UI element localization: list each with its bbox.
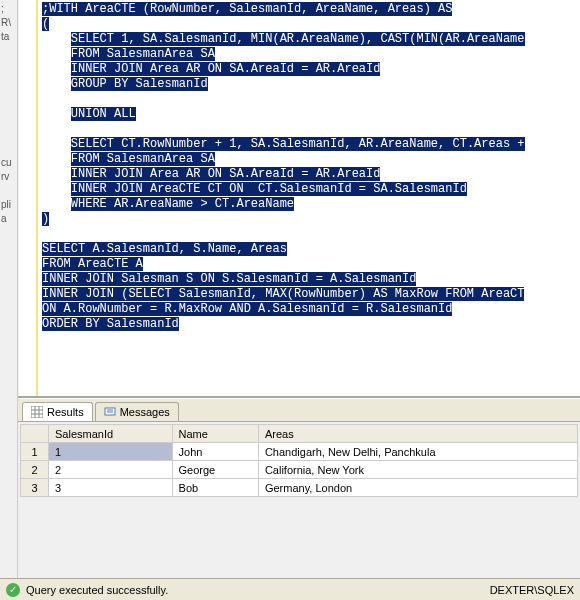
explorer-fragment: ta xyxy=(0,30,17,44)
grid-cell[interactable]: John xyxy=(172,443,258,461)
sql-line[interactable]: WHERE AR.AreaName > CT.AreaName xyxy=(42,197,580,212)
status-server: DEXTER\SQLEX xyxy=(490,584,574,596)
grid-cell[interactable]: Chandigarh, New Delhi, Panchkula xyxy=(258,443,577,461)
sql-line[interactable]: GROUP BY SalesmanId xyxy=(42,77,580,92)
sql-line[interactable]: INNER JOIN Area AR ON SA.AreaId = AR.Are… xyxy=(42,167,580,182)
col-header[interactable]: Areas xyxy=(258,425,577,443)
table-row[interactable]: 22GeorgeCalifornia, New York xyxy=(21,461,578,479)
results-tabs: Results Messages xyxy=(18,399,580,422)
sql-line[interactable]: ON A.RowNumber = R.MaxRow AND A.Salesman… xyxy=(42,302,580,317)
tab-messages-label: Messages xyxy=(120,406,170,418)
grid-cell[interactable]: Bob xyxy=(172,479,258,497)
tab-results[interactable]: Results xyxy=(22,402,93,421)
message-icon xyxy=(104,406,116,418)
grid-cell[interactable]: Germany, London xyxy=(258,479,577,497)
sql-line[interactable]: FROM AreaCTE A xyxy=(42,257,580,272)
sql-line[interactable]: INNER JOIN Salesman S ON S.SalesmanId = … xyxy=(42,272,580,287)
svg-rect-0 xyxy=(31,406,43,418)
explorer-fragment: rv xyxy=(0,170,17,184)
sql-line[interactable]: ) xyxy=(42,212,580,227)
explorer-fragment xyxy=(0,142,17,156)
grid-cell[interactable]: George xyxy=(172,461,258,479)
col-header[interactable]: Name xyxy=(172,425,258,443)
row-number[interactable]: 1 xyxy=(21,443,49,461)
grid-cell[interactable]: California, New York xyxy=(258,461,577,479)
table-row[interactable]: 11JohnChandigarh, New Delhi, Panchkula xyxy=(21,443,578,461)
explorer-fragment xyxy=(0,86,17,100)
grid-icon xyxy=(31,406,43,418)
table-row[interactable]: 33BobGermany, London xyxy=(21,479,578,497)
col-header[interactable]: SalesmanId xyxy=(49,425,173,443)
tab-results-label: Results xyxy=(47,406,84,418)
success-icon: ✓ xyxy=(6,583,20,597)
sql-line[interactable] xyxy=(42,227,580,242)
grid-corner[interactable] xyxy=(21,425,49,443)
grid-cell[interactable]: 2 xyxy=(49,461,173,479)
sql-line[interactable]: FROM SalesmanArea SA xyxy=(42,47,580,62)
sql-line[interactable]: INNER JOIN (SELECT SalesmanId, MAX(RowNu… xyxy=(42,287,580,302)
object-explorer-fragment: ;R\tacurvplia xyxy=(0,0,18,600)
sql-line[interactable]: FROM SalesmanArea SA xyxy=(42,152,580,167)
explorer-fragment: cu xyxy=(0,156,17,170)
explorer-fragment: a xyxy=(0,212,17,226)
explorer-fragment xyxy=(0,114,17,128)
status-message: Query executed successfully. xyxy=(26,584,168,596)
sql-line[interactable]: SELECT A.SalesmanId, S.Name, Areas xyxy=(42,242,580,257)
explorer-fragment: R\ xyxy=(0,16,17,30)
results-grid[interactable]: SalesmanId Name Areas 11JohnChandigarh, … xyxy=(20,424,578,497)
explorer-fragment xyxy=(0,72,17,86)
sql-line[interactable]: SELECT 1, SA.SalesmanId, MIN(AR.AreaName… xyxy=(42,32,580,47)
explorer-fragment: ; xyxy=(0,2,17,16)
grid-cell[interactable]: 1 xyxy=(49,443,173,461)
row-number[interactable]: 2 xyxy=(21,461,49,479)
explorer-fragment xyxy=(0,58,17,72)
grid-cell[interactable]: 3 xyxy=(49,479,173,497)
explorer-fragment: pli xyxy=(0,198,17,212)
sql-line[interactable]: INNER JOIN Area AR ON SA.AreaId = AR.Are… xyxy=(42,62,580,77)
sql-editor-pane: ;WITH AreaCTE (RowNumber, SalesmanId, Ar… xyxy=(18,0,580,398)
explorer-fragment xyxy=(0,44,17,58)
sql-line[interactable]: ( xyxy=(42,17,580,32)
status-bar: ✓ Query executed successfully. DEXTER\SQ… xyxy=(0,578,580,600)
row-number[interactable]: 3 xyxy=(21,479,49,497)
results-panel: Results Messages SalesmanId Name Areas xyxy=(18,398,580,600)
sql-line[interactable]: ORDER BY SalesmanId xyxy=(42,317,580,332)
sql-line[interactable]: SELECT CT.RowNumber + 1, SA.SalesmanId, … xyxy=(42,137,580,152)
explorer-fragment xyxy=(0,184,17,198)
sql-line[interactable] xyxy=(42,92,580,107)
explorer-fragment xyxy=(0,128,17,142)
sql-line[interactable]: ;WITH AreaCTE (RowNumber, SalesmanId, Ar… xyxy=(42,2,580,17)
sql-line[interactable]: UNION ALL xyxy=(42,107,580,122)
sql-line[interactable] xyxy=(42,122,580,137)
tab-messages[interactable]: Messages xyxy=(95,402,179,421)
sql-line[interactable]: INNER JOIN AreaCTE CT ON CT.SalesmanId =… xyxy=(42,182,580,197)
sql-editor[interactable]: ;WITH AreaCTE (RowNumber, SalesmanId, Ar… xyxy=(38,0,580,396)
editor-margin xyxy=(18,0,38,396)
explorer-fragment xyxy=(0,100,17,114)
